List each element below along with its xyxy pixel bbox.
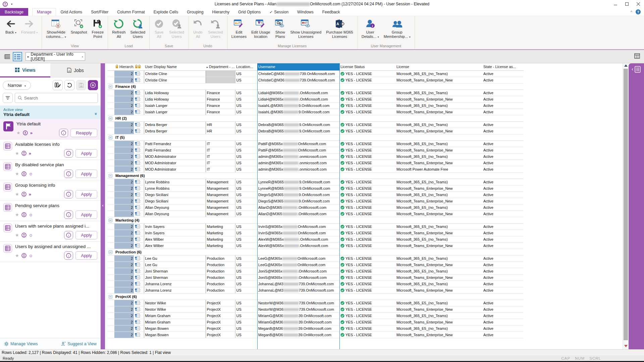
table-row[interactable]: 2:Isaiah LangerFinanceUSIsaiahL@M3659.On… xyxy=(108,109,524,115)
favorite-star-icon[interactable]: ★ xyxy=(15,192,19,197)
group-header-row[interactable]: −Production (6) xyxy=(108,249,524,255)
save-all-button[interactable]: Save All xyxy=(151,17,167,40)
table-row[interactable]: 2:MOD AdministratorITUSadmin@M365x.onmic… xyxy=(108,166,524,172)
favorite-star-icon[interactable]: ★ xyxy=(15,233,19,238)
collapse-group-icon[interactable]: − xyxy=(109,117,112,120)
group-header-row[interactable]: −Finance (4) xyxy=(108,83,524,89)
table-row[interactable]: 2:Debra BergerHRUSDebraB@M3659.OnMicroso… xyxy=(108,128,524,134)
close-button[interactable] xyxy=(633,0,644,8)
table-row[interactable]: 2:Joni ShermanProductionUSJoniS@M365x.On… xyxy=(108,274,524,281)
help-icon[interactable]: ? xyxy=(636,9,641,14)
table-row[interactable]: 2:Nestor WilkeProjectXUSNestorW@M36739.O… xyxy=(108,300,524,306)
save-view-button[interactable] xyxy=(76,80,86,90)
group-membership-button[interactable]: Group Membership... ▾ xyxy=(381,17,413,40)
view-info-button[interactable]: i xyxy=(64,231,73,239)
view-info-button[interactable]: i xyxy=(64,190,73,198)
column-header-license[interactable]: License xyxy=(395,63,482,70)
ribbon-tab-hierarchy[interactable]: Hierarchy xyxy=(208,8,234,16)
scroll-up-icon[interactable] xyxy=(624,64,628,67)
table-row[interactable]: 2:Lee GuProductionUSLeeG@M365xOnMicrosof… xyxy=(108,255,524,261)
edit-licenses-button[interactable]: Edit Licenses xyxy=(229,17,249,40)
column-header-department[interactable]: ▸ Department - ... xyxy=(206,63,235,70)
expand-panel-icon[interactable]: ‹ xyxy=(632,66,633,349)
selected-users-button[interactable]: Selected Users xyxy=(167,17,186,40)
ribbon-tab-feedback[interactable]: Feedback xyxy=(318,8,344,16)
refresh-all-button[interactable]: Refresh All xyxy=(110,17,128,40)
group-header-row[interactable]: −HR (2) xyxy=(108,115,524,121)
apply-button[interactable]: Apply xyxy=(75,170,97,178)
table-row[interactable]: 2:Diego SicilianiManagementUSDiegoS@M365… xyxy=(108,198,524,204)
group-header-row[interactable]: −Management (6) xyxy=(108,172,524,179)
table-row[interactable]: 2:Allan DeyoungManagementUSAllanD@M365.O… xyxy=(108,204,524,210)
show-hide-columns-button[interactable]: Show/Hide columns... ▾ xyxy=(44,17,68,40)
view-info-button[interactable]: i xyxy=(64,210,73,219)
favorite-star-icon[interactable]: ★ xyxy=(15,171,19,176)
table-row[interactable]: 2:Patti FernandezITUSPattiF@M365xOnMicro… xyxy=(108,147,524,153)
view-card-users-with-service-plans-assigned-i[interactable]: Users with service plans assigned i...★☺… xyxy=(0,221,101,242)
group-header-row[interactable]: −IT (5) xyxy=(108,134,524,140)
reset-view-button[interactable] xyxy=(64,80,74,90)
filter-views-button[interactable] xyxy=(3,93,13,103)
apply-button[interactable]: Apply xyxy=(75,210,97,219)
sidebar-splitter[interactable]: ‹ xyxy=(101,63,105,349)
ribbon-tab-sort-filter[interactable]: Sort/Filter xyxy=(87,8,113,16)
suggest-view-link[interactable]: Suggest a View xyxy=(61,342,97,346)
table-row[interactable]: 2:Lynne RobbinsManagementUSLynneR@M3659.… xyxy=(108,185,524,191)
view-info-button[interactable]: i xyxy=(64,170,73,178)
flat-list-view-button[interactable] xyxy=(3,52,12,61)
user-details-button[interactable]: iUser Details... ▾ xyxy=(359,17,381,40)
sidebar-tab-views[interactable]: Views xyxy=(0,63,50,77)
table-row[interactable]: 2:MOD AdministratorITUSadmin@M365x.onmic… xyxy=(108,153,524,160)
selected-users-button[interactable]: Selected Users xyxy=(206,17,225,40)
view-info-button[interactable]: i xyxy=(59,129,68,137)
apply-button[interactable]: Apply xyxy=(75,251,97,260)
snapshot-button[interactable]: Snapshot xyxy=(68,17,90,35)
column-header-locks[interactable] xyxy=(134,63,144,70)
back-button[interactable]: Back ▾ xyxy=(3,17,19,35)
ribbon-tab-grid-options[interactable]: Grid Options xyxy=(234,8,265,16)
edit-usage-location-button[interactable]: Edit Usage location xyxy=(249,17,272,40)
table-row[interactable]: 2:Lidia HollowayFinanceUSLidiaH@M365x.On… xyxy=(108,96,524,102)
manage-views-link[interactable]: Manage Views xyxy=(4,342,38,346)
table-row[interactable]: 2:Irvin SayersMarketingUSIrvinS@M365xOnM… xyxy=(108,223,524,230)
sidebar-tab-jobs[interactable]: Jobs xyxy=(50,63,101,77)
collapse-group-icon[interactable]: − xyxy=(109,174,112,178)
grid-settings-icon[interactable] xyxy=(634,53,640,60)
column-header-location[interactable]: Location... xyxy=(235,63,257,70)
grouped-list-view-button[interactable] xyxy=(13,52,22,61)
table-row[interactable]: 2:Alex WilberMarketingUSAlexW@M365x.OnMi… xyxy=(108,236,524,242)
table-row[interactable]: 2:Lee GuProductionUSLeeG@M365xOnMicrosof… xyxy=(108,261,524,268)
ribbon-tab-grid-actions[interactable]: Grid Actions xyxy=(56,8,87,16)
ribbon-tab-explode-cells[interactable]: Explode Cells xyxy=(149,8,182,16)
table-row[interactable]: 2:Megan BowenProjectXUSMeganB@M3639.OnMi… xyxy=(108,325,524,331)
table-row[interactable]: 2:Isaiah LangerFinanceUSIsaiahL@M3659.On… xyxy=(108,102,524,109)
backstage-button[interactable]: Backstage xyxy=(0,8,28,16)
view-selector-combobox[interactable]: ▸ Department - User Info [USER] ▴ xyxy=(25,52,85,61)
table-row[interactable]: 2:Lynne RobbinsManagementUSLynneR@M3659.… xyxy=(108,179,524,185)
apply-button[interactable]: Apply xyxy=(75,149,97,158)
table-row[interactable]: 2:Patti FernandezITUSPattiF@M365xOnMicro… xyxy=(108,140,524,147)
collapse-group-icon[interactable]: − xyxy=(109,219,112,222)
selected-users-button[interactable]: Selected Users xyxy=(128,17,148,40)
quick-access-caret-icon[interactable]: ▾ xyxy=(11,3,12,6)
undo-all-button[interactable]: Undo All xyxy=(190,17,206,40)
column-header-license-status[interactable]: License Status xyxy=(339,63,395,70)
favorite-star-icon[interactable]: ★ xyxy=(16,130,20,135)
favorite-star-icon[interactable]: ★ xyxy=(15,253,19,258)
view-card-by-disabled-service-plan[interactable]: By disabled service plan★☺iApply xyxy=(0,160,101,180)
ribbon-tab-grouping[interactable]: Grouping xyxy=(182,8,208,16)
right-panel-strip[interactable]: ‹ xyxy=(629,63,644,349)
ribbon-tab-manage[interactable]: Manage xyxy=(32,8,56,16)
view-card-group-licensing-info[interactable]: Group licensing info★»iApply xyxy=(0,180,101,201)
column-header-username[interactable]: Username xyxy=(257,63,339,70)
table-row[interactable]: 2:Lidia HollowayFinanceUSLidiaH@M365x.On… xyxy=(108,89,524,96)
table-row[interactable]: 2:Diego SicilianiManagementUSDiegoS@M365… xyxy=(108,191,524,198)
ribbon-tab-windows[interactable]: Windows xyxy=(293,8,318,16)
table-row[interactable]: 2:Christie ClineUSChristieC@M36739.OnMic… xyxy=(108,70,524,77)
table-row[interactable]: 2:Debra BergerHRUSDebraB@M3659.OnMicroso… xyxy=(108,121,524,128)
table-row[interactable]: 2:Christie ClineUSChristieC@M36739.OnMic… xyxy=(108,77,524,83)
table-row[interactable]: 2:Irvin SayersMarketingUSIrvinS@M365xOnM… xyxy=(108,230,524,236)
search-input[interactable] xyxy=(24,96,95,101)
view-card-available-licenses-info[interactable]: Available licenses info★»iApply xyxy=(0,139,101,160)
view-card-pending-service-plans[interactable]: Pending service plans★☺iApply xyxy=(0,201,101,221)
